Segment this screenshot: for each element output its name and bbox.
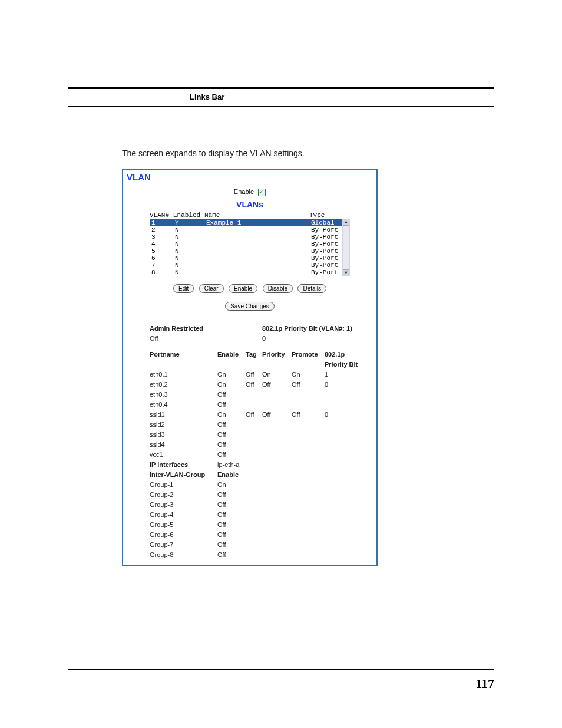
ip-interfaces-value: ip-eth-a bbox=[217, 460, 239, 470]
button-row: Edit Clear Enable Disable Details bbox=[123, 282, 376, 293]
enable-button[interactable]: Enable bbox=[229, 284, 257, 293]
vlan-row[interactable]: 4NBy-Port bbox=[150, 241, 349, 248]
enable-label: Enable bbox=[234, 188, 254, 195]
enable-checkbox[interactable] bbox=[258, 189, 266, 196]
port-row: vcc1Off bbox=[150, 450, 362, 460]
group-row: Group-8Off bbox=[150, 550, 362, 560]
port-row: eth0.4Off bbox=[150, 400, 362, 410]
group-row: Group-1On bbox=[150, 480, 362, 490]
clear-button[interactable]: Clear bbox=[199, 284, 224, 293]
admin-restricted-value: Off bbox=[150, 334, 217, 344]
enable-line: Enable bbox=[123, 188, 376, 196]
port-row: eth0.3Off bbox=[150, 390, 362, 400]
scroll-down-icon[interactable]: ▼ bbox=[342, 270, 350, 276]
vlan-table-body[interactable]: 1YExample 1Global2NBy-Port3NBy-Port4NBy-… bbox=[150, 219, 350, 276]
port-header-row: Portname Enable Tag Priority Promote 802… bbox=[150, 350, 362, 370]
vlan-row[interactable]: 7NBy-Port bbox=[150, 262, 349, 269]
group-row: Group-6Off bbox=[150, 530, 362, 540]
hdr-tag: Tag bbox=[246, 350, 262, 370]
button-row-2: Save Changes bbox=[123, 300, 376, 311]
port-row: eth0.2OnOffOffOff0 bbox=[150, 380, 362, 390]
detail-block: Admin Restricted 802.1p Priority Bit (VL… bbox=[150, 324, 362, 560]
col-name: Name bbox=[204, 212, 309, 219]
col-vlan: VLAN# bbox=[150, 212, 173, 219]
hdr-enable: Enable bbox=[217, 350, 246, 370]
port-row: ssid4Off bbox=[150, 440, 362, 450]
vlan-row[interactable]: 8NBy-Port bbox=[150, 269, 349, 276]
scroll-up-icon[interactable]: ▲ bbox=[342, 219, 350, 225]
vlan-row[interactable]: 3NBy-Port bbox=[150, 233, 349, 241]
vlan-row[interactable]: 1YExample 1Global bbox=[150, 219, 349, 226]
scroll-thumb[interactable] bbox=[343, 225, 349, 270]
col-type: Type bbox=[309, 212, 342, 219]
vlan-title: VLAN bbox=[123, 170, 376, 188]
group-row: Group-2Off bbox=[150, 490, 362, 500]
priority-bit-label: 802.1p Priority Bit (VLAN#: 1) bbox=[262, 324, 362, 334]
group-row: Group-5Off bbox=[150, 520, 362, 530]
group-row: Group-4Off bbox=[150, 510, 362, 520]
hdr-priority: Priority bbox=[262, 350, 292, 370]
intro-text: The screen expands to display the VLAN s… bbox=[122, 149, 305, 158]
details-button[interactable]: Details bbox=[297, 284, 326, 293]
port-row: ssid1OnOffOffOff0 bbox=[150, 410, 362, 420]
admin-restricted-label: Admin Restricted bbox=[150, 324, 217, 334]
port-row: ssid3Off bbox=[150, 430, 362, 440]
top-rule bbox=[68, 87, 494, 89]
disable-button[interactable]: Disable bbox=[263, 284, 293, 293]
hdr-pbit: 802.1p Priority Bit bbox=[325, 350, 362, 370]
inter-vlan-group-enable-label: Enable bbox=[217, 470, 239, 480]
inter-vlan-group-label: Inter-VLAN-Group bbox=[150, 470, 217, 480]
vlans-heading: VLANs bbox=[123, 200, 376, 209]
col-enabled: Enabled bbox=[173, 212, 204, 219]
group-row: Group-3Off bbox=[150, 500, 362, 510]
port-row: eth0.1OnOffOnOn1 bbox=[150, 370, 362, 380]
group-row: Group-7Off bbox=[150, 540, 362, 550]
header-links-bar: Links Bar bbox=[190, 93, 224, 101]
mid-rule bbox=[68, 106, 494, 107]
footer-rule bbox=[68, 669, 494, 670]
port-row: ssid2Off bbox=[150, 420, 362, 430]
save-changes-button[interactable]: Save Changes bbox=[225, 302, 275, 311]
priority-bit-value: 0 bbox=[262, 334, 266, 344]
vlan-table: VLAN# Enabled Name Type 1YExample 1Globa… bbox=[150, 212, 350, 276]
page-number: 117 bbox=[475, 676, 494, 691]
vlan-screenshot: VLAN Enable VLANs VLAN# Enabled Name Typ… bbox=[122, 169, 378, 566]
vlan-row[interactable]: 6NBy-Port bbox=[150, 255, 349, 262]
ip-interfaces-label: IP interfaces bbox=[150, 460, 217, 470]
edit-button[interactable]: Edit bbox=[173, 284, 194, 293]
vlan-row[interactable]: 2NBy-Port bbox=[150, 226, 349, 233]
scrollbar[interactable]: ▲ ▼ bbox=[342, 219, 350, 276]
vlan-table-header: VLAN# Enabled Name Type bbox=[150, 212, 350, 219]
hdr-portname: Portname bbox=[150, 350, 217, 370]
hdr-promote: Promote bbox=[292, 350, 325, 370]
vlan-row[interactable]: 5NBy-Port bbox=[150, 248, 349, 255]
